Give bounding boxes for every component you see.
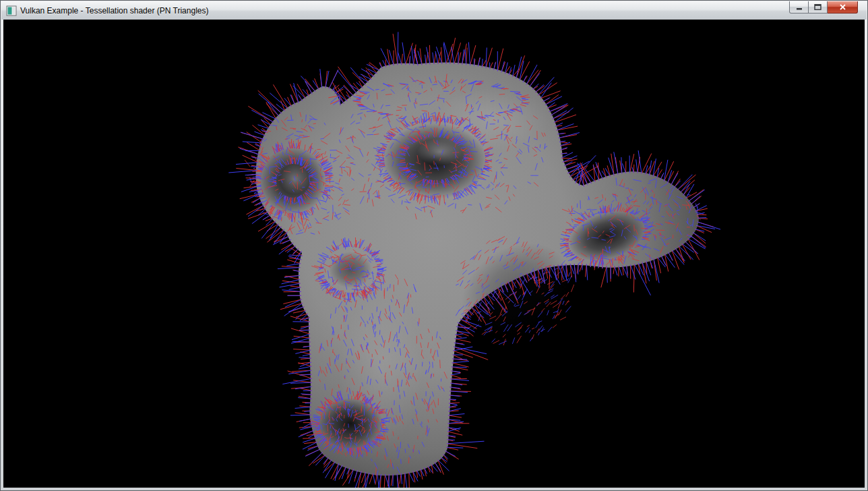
close-button[interactable] [828, 1, 858, 13]
render-viewport[interactable] [3, 20, 865, 488]
minimize-button[interactable] [789, 1, 809, 13]
maximize-button[interactable] [809, 1, 828, 13]
maximize-icon [814, 4, 822, 10]
window-title: Vulkan Example - Tessellation shader (PN… [20, 5, 208, 16]
close-icon [839, 4, 846, 10]
app-window: Vulkan Example - Tessellation shader (PN… [0, 0, 868, 491]
app-icon [6, 5, 17, 16]
scene-svg [3, 20, 865, 488]
window-controls [789, 1, 858, 13]
titlebar[interactable]: Vulkan Example - Tessellation shader (PN… [1, 1, 867, 20]
minimize-icon [796, 4, 803, 10]
